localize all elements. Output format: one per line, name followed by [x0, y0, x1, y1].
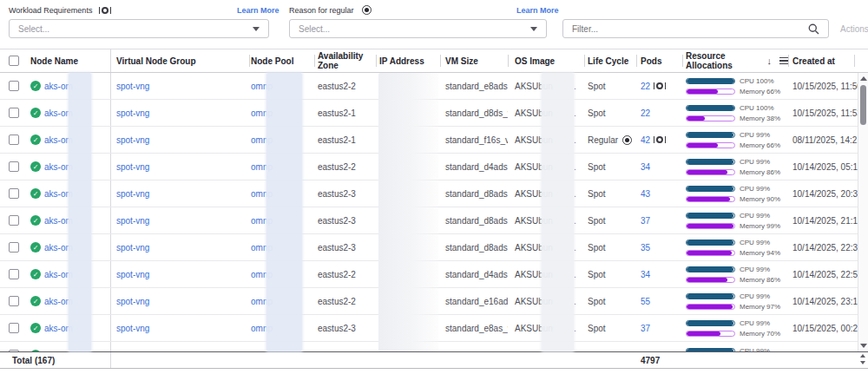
pods-count-link[interactable]: 42 [641, 135, 650, 145]
row-checkbox-cell [9, 108, 30, 118]
sort-descending-icon[interactable]: ↓ [767, 56, 773, 66]
virtual-node-group-link[interactable]: spot-vng [116, 270, 149, 279]
virtual-node-group-link[interactable]: spot-vng [116, 297, 149, 306]
memory-bar [686, 277, 735, 283]
created-at-value: 10/15/2025, 00:2... [792, 324, 858, 333]
row-checkbox[interactable] [9, 161, 19, 172]
pods-count-link[interactable]: 37 [641, 324, 650, 333]
created-at-cell: 10/14/2025, 20:3... [788, 189, 858, 199]
vm-size-cell: standard_e16ad... [440, 297, 508, 306]
scroll-up-arrow-icon[interactable] [860, 354, 865, 358]
life-cycle-cell: Spot [584, 108, 636, 118]
memory-bar-fill [687, 224, 733, 228]
row-checkbox[interactable] [9, 296, 19, 306]
memory-bar-fill [687, 116, 705, 121]
row-checkbox-cell [9, 135, 30, 145]
os-image-ellipsis: . [574, 135, 576, 145]
reason-for-regular-select[interactable]: Select... [289, 19, 547, 38]
scroll-down-arrow-icon[interactable] [860, 344, 867, 348]
vm-size-cell: standard_d8ads... [440, 243, 508, 253]
scroll-down-arrow-icon[interactable] [860, 361, 865, 364]
virtual-node-group-cell: spot-vng [110, 154, 249, 180]
row-checkbox[interactable] [9, 188, 19, 199]
column-header-ip-address[interactable]: IP Address [376, 49, 440, 72]
column-header-virtual-node-group[interactable]: Virtual Node Group [110, 49, 249, 72]
availability-zone-cell: eastus2-3 [314, 189, 376, 199]
os-image-ellipsis: . [574, 189, 576, 199]
row-checkbox-cell [9, 296, 30, 306]
cpu-bar-fill [687, 133, 733, 137]
life-cycle-value: Spot [588, 216, 606, 226]
actions-button[interactable]: Actions [840, 24, 868, 34]
filters-toolbar: Workload Requirements Learn More Select.… [0, 0, 868, 49]
column-header-vm-size[interactable]: VM Size [440, 49, 508, 72]
vm-size-cell: standard_e8ads... [440, 82, 508, 91]
column-header-pods[interactable]: Pods [636, 49, 682, 72]
cpu-label: CPU 99% [740, 158, 770, 166]
cpu-bar [686, 132, 735, 138]
availability-zone-value: eastus2-3 [318, 189, 356, 199]
node-healthy-icon [30, 188, 41, 199]
created-at-value: 08/11/2025, 14:2... [792, 135, 858, 145]
column-header-availability-zone[interactable]: Availability Zone [314, 49, 376, 72]
row-checkbox[interactable] [9, 81, 19, 91]
vm-size-cell: standard_d8ads... [440, 216, 508, 226]
row-checkbox[interactable] [9, 323, 19, 333]
vm-size-value: standard_d4ads... [445, 270, 508, 279]
virtual-node-group-link[interactable]: spot-vng [116, 135, 149, 145]
column-header-node-name[interactable]: Node Name [30, 49, 110, 72]
row-checkbox[interactable] [9, 242, 19, 253]
pods-cell: 35 [636, 243, 682, 253]
row-checkbox[interactable] [9, 108, 19, 118]
scroll-up-arrow-icon[interactable] [860, 76, 867, 81]
availability-zone-value: eastus2-2 [318, 270, 356, 279]
row-checkbox[interactable] [9, 269, 19, 279]
cpu-bar [686, 266, 735, 272]
virtual-node-group-link[interactable]: spot-vng [116, 82, 149, 91]
workload-requirements-select[interactable]: Select... [9, 19, 269, 38]
reason-learn-more-link[interactable]: Learn More [516, 6, 559, 15]
nodes-table: Node Name Virtual Node Group Node Pool A… [0, 49, 868, 368]
row-checkbox-cell [9, 161, 30, 172]
pods-count-link[interactable]: 55 [641, 297, 650, 306]
workload-learn-more-link[interactable]: Learn More [237, 6, 279, 15]
pods-count-link[interactable]: 34 [641, 270, 650, 279]
column-header-created-at[interactable]: Created at [788, 49, 858, 72]
footer-divider [110, 352, 111, 368]
virtual-node-group-link[interactable]: spot-vng [116, 108, 149, 118]
filter-input[interactable] [572, 24, 808, 34]
created-at-cell: 10/15/2025, 11:53... [788, 108, 858, 118]
os-image-ellipsis: . [574, 216, 576, 226]
column-header-node-pool[interactable]: Node Pool [249, 49, 314, 72]
created-at-cell: 10/14/2025, 22:5... [788, 270, 858, 279]
created-at-cell: 10/14/2025, 23:1... [788, 297, 858, 306]
pods-cell: 55 [636, 297, 682, 306]
virtual-node-group-link[interactable]: spot-vng [116, 189, 149, 199]
virtual-node-group-link[interactable]: spot-vng [116, 216, 149, 226]
cpu-allocation: CPU 100% [686, 77, 788, 85]
pods-count-link[interactable]: 22 [641, 108, 650, 118]
row-checkbox[interactable] [9, 215, 19, 226]
column-header-resource-allocations[interactable]: Resource Allocations ↓ [682, 49, 788, 72]
scrollbar-thumb[interactable] [860, 85, 866, 125]
column-menu-icon[interactable] [779, 57, 788, 65]
virtual-node-group-link[interactable]: spot-vng [116, 243, 149, 253]
pods-count-link[interactable]: 35 [641, 243, 650, 253]
pods-count-link[interactable]: 34 [641, 162, 650, 172]
pods-cell: 34 [636, 270, 682, 279]
pods-count-link[interactable]: 22 [641, 82, 650, 91]
select-all-checkbox[interactable] [9, 56, 19, 66]
memory-label: Memory 66% [740, 141, 780, 149]
virtual-node-group-link[interactable]: spot-vng [116, 162, 149, 172]
memory-bar-fill [687, 170, 727, 174]
pods-count-link[interactable]: 37 [641, 216, 650, 226]
column-header-life-cycle[interactable]: Life Cycle [584, 49, 636, 72]
vertical-scrollbar[interactable] [858, 73, 868, 351]
row-checkbox[interactable] [9, 135, 19, 145]
virtual-node-group-link[interactable]: spot-vng [116, 324, 149, 333]
cpu-allocation: CPU 100% [686, 104, 788, 112]
node-healthy-icon [30, 242, 41, 253]
column-header-os-image[interactable]: OS Image [508, 49, 584, 72]
pods-count-link[interactable]: 43 [641, 189, 650, 199]
footer-scroll-arrows[interactable] [860, 354, 865, 364]
